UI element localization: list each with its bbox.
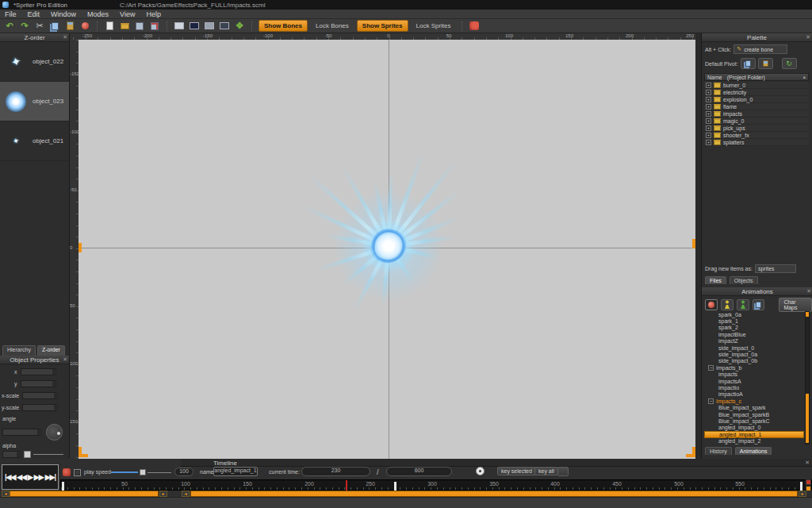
new-animation-button[interactable] — [721, 299, 733, 310]
go-to-end-button[interactable]: ▶▶| — [45, 473, 56, 481]
go-to-start-button[interactable]: |◀◀ — [5, 473, 15, 481]
folder-row-pickups[interactable]: +pick_ups — [704, 125, 809, 132]
scrollbar-up-arrow[interactable] — [806, 312, 809, 317]
menu-help[interactable]: Help — [146, 10, 161, 18]
menu-view[interactable]: View — [120, 10, 135, 18]
folder-row-explosion[interactable]: +explosion_0 — [704, 96, 809, 103]
next-key-button[interactable]: ▶▶ — [34, 473, 44, 481]
char-maps-button[interactable]: Char Maps — [779, 298, 812, 312]
pivot-paste-button[interactable] — [758, 58, 773, 69]
copy-icon[interactable] — [49, 21, 60, 31]
animation-item[interactable]: spark_2 — [704, 325, 804, 331]
expand-icon[interactable]: + — [706, 111, 711, 117]
tab-objects[interactable]: Objects — [730, 276, 758, 284]
loop-icon[interactable] — [476, 467, 485, 475]
lock-bones-button[interactable]: Lock Bones — [312, 21, 353, 31]
menu-modes[interactable]: Modes — [87, 10, 109, 18]
expand-icon[interactable]: + — [706, 118, 711, 124]
folder-row-flame[interactable]: +flame — [704, 103, 809, 110]
x-scale-field[interactable] — [22, 392, 59, 399]
paste-icon[interactable] — [64, 21, 75, 31]
show-bones-button[interactable]: Show Bones — [259, 20, 308, 32]
animation-item-selected[interactable]: angled_impact_1 — [704, 431, 804, 437]
zorder-item-object022[interactable]: ✦ object_022 — [0, 42, 69, 82]
animation-item[interactable]: side_impact_0 — [704, 344, 804, 351]
timeline-horizontal-scrollbar[interactable] — [190, 491, 798, 497]
play-speed-slider-fill[interactable] — [111, 471, 138, 473]
animation-name-field[interactable]: angled_impact_1 — [213, 467, 258, 476]
animation-item[interactable]: impactio — [704, 384, 804, 391]
tab-files[interactable]: Files — [705, 276, 726, 284]
palette-list-header[interactable]: Name (Project Folder) ▴ — [704, 73, 809, 81]
fullscreen-icon[interactable]: ✥ — [234, 21, 245, 31]
expand-icon[interactable]: + — [706, 140, 711, 145]
previous-key-button[interactable]: ◀◀ — [17, 473, 26, 481]
animation-item[interactable]: Blue_impact_spark — [704, 405, 804, 411]
animation-item[interactable]: spark_1 — [704, 318, 804, 324]
y-scale-field[interactable] — [22, 404, 59, 411]
record-icon[interactable] — [79, 21, 90, 31]
alpha-field[interactable] — [2, 451, 21, 458]
close-icon[interactable]: ✕ — [806, 34, 810, 40]
delete-animation-button[interactable] — [705, 299, 718, 310]
expand-icon[interactable]: + — [706, 104, 711, 110]
collapse-all-icon[interactable]: ▴ — [802, 74, 806, 80]
animation-item[interactable]: side_impact_0a — [704, 351, 804, 357]
view-mode-2-icon[interactable] — [189, 21, 200, 31]
animation-item[interactable]: side_impact_0b — [704, 358, 804, 364]
play-speed-slider-track[interactable] — [147, 472, 171, 473]
left-horizontal-scrollbar[interactable] — [10, 491, 159, 497]
drag-items-dropdown[interactable]: sprites — [755, 264, 796, 273]
tab-zorder[interactable]: Z-order — [37, 345, 65, 356]
bottom-left-handle[interactable] — [79, 454, 88, 457]
folder-row-magic[interactable]: +magic_0 — [704, 117, 809, 125]
view-mode-3-icon[interactable] — [204, 21, 215, 31]
view-mode-1-icon[interactable] — [174, 21, 185, 31]
animation-item[interactable]: impactZ — [704, 338, 804, 344]
lock-sprites-button[interactable]: Lock Sprites — [412, 21, 455, 31]
expand-icon[interactable]: + — [706, 133, 711, 138]
zorder-item-object023[interactable]: object_023 — [0, 82, 69, 121]
collapse-icon[interactable]: − — [708, 365, 714, 371]
close-icon[interactable]: ✕ — [805, 460, 810, 466]
duplicate-animation-button[interactable] — [737, 299, 749, 310]
animation-item[interactable]: impactioA — [704, 391, 804, 398]
animation-group-impacts-c[interactable]: −Impacts_c — [704, 398, 804, 404]
left-axis-handle[interactable] — [79, 243, 82, 252]
timeline-scroll-right-arrow[interactable]: ▸ — [799, 491, 806, 497]
alt-click-dropdown[interactable]: ✎ create bone — [733, 44, 787, 54]
scrollbar-thumb[interactable] — [806, 394, 809, 443]
play-speed-value-field[interactable]: 100 — [174, 468, 193, 476]
redo-icon[interactable]: ↷ — [19, 21, 30, 31]
save-icon[interactable] — [134, 21, 145, 31]
close-icon[interactable]: ✕ — [806, 288, 811, 294]
animation-item[interactable]: angled_impact_0 — [704, 425, 804, 431]
new-file-icon[interactable] — [104, 21, 115, 31]
menu-window[interactable]: Window — [51, 10, 76, 18]
playhead[interactable] — [346, 480, 347, 491]
current-time-field[interactable]: 230 — [301, 467, 370, 476]
alpha-slider-handle[interactable] — [24, 451, 31, 458]
keyframe-marker[interactable] — [394, 482, 396, 491]
play-speed-slider-handle[interactable] — [140, 469, 146, 475]
expand-icon[interactable]: + — [706, 83, 711, 88]
tab-animations[interactable]: Animations — [735, 447, 772, 455]
angle-dial[interactable] — [46, 424, 63, 441]
animation-item[interactable]: angled_impact_2 — [704, 438, 804, 444]
folder-row-splatters[interactable]: +splatters — [704, 139, 809, 146]
folder-row-burner[interactable]: +burner_0 — [704, 82, 809, 89]
save-as-icon[interactable] — [149, 21, 160, 31]
cut-icon[interactable]: ✂ — [34, 21, 45, 31]
keyframe-icon[interactable] — [63, 468, 71, 476]
angle-field[interactable] — [2, 429, 42, 436]
y-field[interactable] — [21, 380, 57, 387]
menu-edit[interactable]: Edit — [28, 10, 40, 18]
bottom-right-handle[interactable] — [686, 454, 695, 457]
animation-group-impacts-b[interactable]: −Impacts_b — [704, 364, 804, 371]
scroll-left-arrow[interactable]: ◂ — [2, 491, 10, 497]
close-icon[interactable]: ✕ — [63, 34, 67, 40]
menu-file[interactable]: File — [5, 10, 17, 18]
snap-grid-icon[interactable] — [74, 469, 81, 476]
close-icon[interactable]: ✕ — [63, 356, 67, 363]
collapse-icon[interactable]: − — [708, 398, 714, 404]
